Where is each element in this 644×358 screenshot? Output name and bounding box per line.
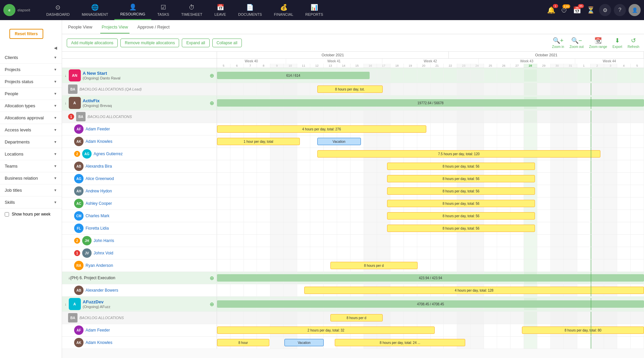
add-allocation-btn[interactable]: ⊕	[210, 100, 214, 106]
person-name[interactable]: Andrew Hydon	[86, 189, 112, 193]
gantt-bar[interactable]: 8 hours per day, total: 56	[387, 212, 535, 220]
tab-projects-view[interactable]: Projects View	[100, 21, 129, 34]
gantt-bar[interactable]: 8 hours per day, total: 56	[387, 175, 535, 182]
person-name[interactable]: Agnes Gutierrez	[94, 152, 123, 156]
person-name[interactable]: Johnx Void	[94, 251, 113, 255]
sidebar-filter-allocation-types[interactable]: Allocation types ▼	[0, 100, 62, 112]
person-badge: 2	[74, 151, 80, 157]
add-allocation-btn[interactable]: ⊕	[210, 301, 214, 307]
person-name[interactable]: John Harris	[94, 238, 114, 243]
gantt-bar[interactable]: 4 hours per day, total: 276	[217, 125, 426, 133]
person-name[interactable]: Ryan Anderson	[86, 263, 113, 268]
nav-management[interactable]: 🌐 MANAGEMENT	[76, 0, 114, 20]
gantt-bar[interactable]: 8 hours per day, total: 80	[522, 326, 644, 334]
collapse-all-button[interactable]: Collapse all	[212, 39, 242, 47]
user-avatar[interactable]: 👤	[629, 4, 641, 16]
top-navigation: e elapseit ⊙ DASHBOARD 🌐 MANAGEMENT 👤 RE…	[0, 0, 644, 20]
person-name[interactable]: Adam Feeder	[86, 328, 110, 333]
gantt-bar[interactable]: 1 hour per day, total	[217, 138, 300, 145]
person-name[interactable]: Alexandra Bira	[86, 164, 112, 169]
add-allocation-btn[interactable]: ⊕	[210, 72, 214, 79]
person-avatar: AG	[74, 174, 84, 183]
gantt-bar[interactable]: 8 hours per day, total: 56	[387, 163, 535, 170]
nav-dashboard[interactable]: ⊙ DASHBOARD	[40, 0, 76, 20]
refresh-btn[interactable]: ↺ Refresh	[628, 37, 639, 49]
person-name[interactable]: Fioretta Lidia	[86, 226, 109, 231]
person-name[interactable]: Alice Greenwod	[86, 176, 114, 181]
sidebar-filter-teams[interactable]: Teams ▼	[0, 160, 62, 172]
gantt-bar[interactable]: 8 hours per day, total: 56	[387, 187, 535, 195]
gantt-bar[interactable]: 8 hours per day, total: 24 ...	[335, 339, 466, 346]
nav-financial[interactable]: 💰 FINANCIAL	[268, 0, 299, 20]
reset-filters-button[interactable]: Reset filters	[9, 29, 43, 39]
add-phase-allocation-btn[interactable]: ⊕	[210, 275, 214, 281]
nav-reports[interactable]: 📊 REPORTS	[299, 0, 329, 20]
row-bars	[217, 235, 644, 247]
gantt-bar[interactable]: 8 hours per day, total: 56	[387, 200, 535, 207]
person-name[interactable]: Adam Knowles	[86, 340, 112, 345]
settings-btn[interactable]: ⚙	[599, 4, 611, 16]
zoom-in-btn[interactable]: 🔍+ Zoom in	[552, 37, 564, 49]
sidebar-filter-projects-status[interactable]: Projects status ▼	[0, 76, 62, 88]
sidebar-filter-access-levels[interactable]: Access levels ▼	[0, 124, 62, 136]
nav-tasks[interactable]: ☑ TASKS	[151, 0, 175, 20]
gantt-bar[interactable]: 8 hours per d	[330, 314, 383, 321]
person-name[interactable]: Charles Mark	[86, 214, 109, 218]
show-hours-checkbox[interactable]	[5, 212, 9, 217]
calendar-btn[interactable]: 📅 85	[572, 5, 583, 15]
person-name[interactable]: Alexander Bowers	[86, 288, 118, 293]
person-avatar: JV	[82, 248, 92, 258]
tab-approve-reject[interactable]: Approve / Reject	[136, 21, 171, 34]
zoom-out-btn[interactable]: 🔍− Zoom out	[570, 37, 584, 49]
gantt-row: AFAdam Feeder2 hours per day, total: 328…	[62, 324, 644, 337]
person-name[interactable]: Adam Knowles	[86, 139, 112, 144]
sidebar-filter-job-titles[interactable]: Job titles ▼	[0, 184, 62, 196]
collapse-arrow[interactable]: ↓	[65, 73, 67, 77]
sidebar-filter-allocations-approval[interactable]: Allocations approval ▼	[0, 112, 62, 124]
gantt-bar[interactable]: 8 hours per day, tot.	[317, 85, 383, 93]
sidebar-filter-business-relation[interactable]: Business relation ▼	[0, 172, 62, 184]
gantt-bar[interactable]: 614 / 614	[217, 72, 370, 79]
sidebar-filter-people[interactable]: People ▼	[0, 88, 62, 100]
gantt-bar[interactable]: Vacation	[284, 339, 324, 346]
zoom-range-btn[interactable]: 📆 Zoom range	[589, 37, 607, 49]
filter-allocation-types-arrow: ▼	[54, 104, 57, 108]
nav-resourcing[interactable]: 👤 RESOURCING	[114, 0, 152, 20]
gantt-area[interactable]: October 2021 October 2021 Week 40 Week 4…	[62, 52, 644, 358]
collapse-arrow[interactable]: ↓	[65, 101, 67, 105]
help-btn[interactable]: ?	[614, 4, 626, 16]
timer-btn[interactable]: ⏱ 116	[559, 5, 569, 15]
person-name[interactable]: Ashley Cooper	[86, 201, 112, 206]
gantt-bar[interactable]: 2 hours per day, total: 32	[217, 326, 435, 334]
gantt-bar[interactable]: 423.94 / 423.94	[217, 274, 644, 282]
gantt-bar[interactable]: 8 hour	[217, 339, 269, 346]
gantt-bar[interactable]: 19772.64 / 56678	[217, 99, 644, 107]
remove-multiple-allocations-button[interactable]: Remove multiple allocations	[120, 39, 179, 47]
sidebar-filter-projects[interactable]: Projects ▼	[0, 64, 62, 76]
sidebar-filter-departments[interactable]: Departments ▼	[0, 136, 62, 148]
gantt-bar[interactable]: 8 hours per day, total: 56	[387, 225, 535, 232]
person-name[interactable]: Adam Feeder	[86, 127, 110, 131]
add-multiple-allocations-button[interactable]: Add multiple allocations	[67, 39, 118, 47]
today-line	[591, 135, 591, 147]
notifications-btn[interactable]: 🔔 1	[546, 5, 557, 15]
logo[interactable]: e elapseit	[3, 4, 34, 16]
hourglass-btn[interactable]: ⏳	[585, 5, 596, 15]
nav-leave[interactable]: 📅 LEAVE	[208, 0, 232, 20]
gantt-bar[interactable]: 4 hours per day, total: 128	[304, 287, 644, 294]
sidebar-filter-skills[interactable]: Skills ▼	[0, 196, 62, 208]
gantt-bar[interactable]: Vacation	[317, 138, 361, 145]
tab-people-view[interactable]: People View	[67, 21, 94, 34]
gantt-bar[interactable]: 4708.45 / 4708.45	[217, 300, 644, 308]
expand-all-button[interactable]: Expand all	[182, 39, 209, 47]
zoom-in-label: Zoom in	[552, 45, 564, 49]
nav-documents[interactable]: 📄 DOCUMENTS	[232, 0, 268, 20]
nav-timesheet[interactable]: ⏱ TIMESHEET	[175, 0, 208, 20]
sidebar-filter-locations[interactable]: Locations ▼	[0, 148, 62, 160]
export-btn[interactable]: ⬇ Export	[612, 37, 622, 49]
sidebar-filter-clients[interactable]: Clients ▼	[0, 52, 62, 64]
sidebar-collapse-arrow[interactable]: ◀	[0, 44, 62, 52]
gantt-bar[interactable]: 8 hours per d	[330, 262, 418, 269]
gantt-bar[interactable]: 7.5 hours per day, total: 120	[317, 150, 600, 158]
collapse-arrow[interactable]: ↓	[65, 302, 67, 306]
